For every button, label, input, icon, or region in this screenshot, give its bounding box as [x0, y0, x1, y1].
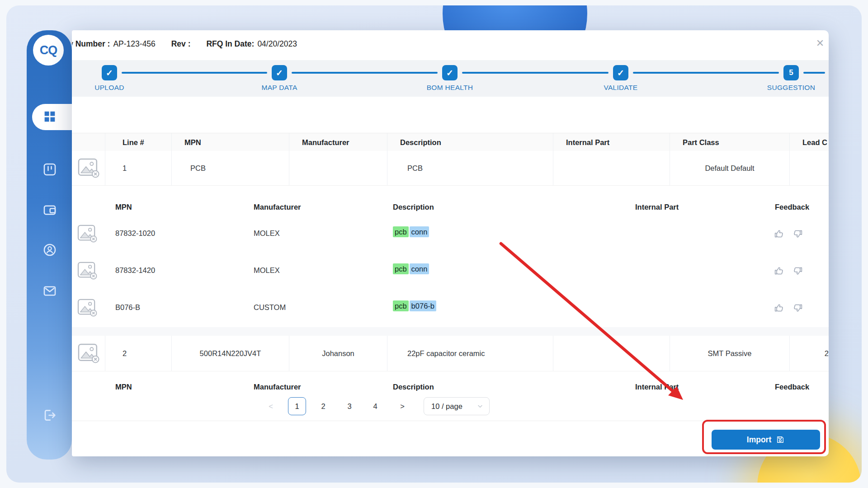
suggestion-row: 87832-1020 MOLEX pcbconn — [72, 216, 829, 253]
header-part-class: Part Class — [670, 133, 790, 151]
pagination-next[interactable]: > — [393, 397, 411, 415]
step-label-upload: UPLOAD — [72, 84, 150, 92]
sug-header-internal-part: Internal Part — [635, 383, 679, 391]
row2-internal-part — [553, 336, 670, 371]
check-icon: ✓ — [446, 68, 453, 78]
pagination-page-4[interactable]: 4 — [366, 397, 384, 415]
row2-line: 2 — [105, 336, 172, 371]
sug-header-manufacturer: Manufacturer — [254, 383, 301, 391]
stepper-connector — [462, 72, 609, 74]
sidebar-item-wallet[interactable] — [42, 202, 57, 218]
suggestion-manufacturer: MOLEX — [254, 266, 280, 275]
sug-header-description: Description — [393, 383, 434, 391]
sidebar-item-account[interactable] — [42, 242, 57, 258]
step-suggestion-number[interactable]: 5 — [783, 65, 799, 80]
check-icon: ✓ — [617, 68, 624, 78]
suggestion-row: B076-B CUSTOM pcbb076-b — [72, 290, 829, 328]
step-label-suggestion: SUGGESTION — [750, 84, 829, 92]
save-icon — [776, 435, 785, 444]
row1-line: 1 — [105, 151, 172, 185]
suggestion-description: pcbb076-b — [393, 302, 436, 310]
suggestion-manufacturer: MOLEX — [254, 229, 280, 238]
match-highlight-blue: conn — [410, 263, 429, 274]
step-mapdata-check[interactable]: ✓ — [272, 65, 287, 80]
table-header-row: Line # MPN Manufacturer Description Inte… — [72, 133, 829, 152]
sug-header-description: Description — [393, 203, 434, 211]
match-highlight-blue: conn — [410, 226, 429, 237]
stepper: ✓ ✓ ✓ ✓ 5 UPLOAD MAP DATA BOM HEALTH VAL… — [72, 60, 829, 97]
thumbs-up-icon[interactable] — [774, 265, 785, 277]
match-highlight-green: pcb — [393, 226, 409, 237]
check-icon: ✓ — [276, 68, 283, 78]
thumbs-up-icon[interactable] — [774, 228, 785, 239]
thumbs-down-icon[interactable] — [792, 228, 803, 239]
pagination-page-3[interactable]: 3 — [340, 397, 359, 415]
import-button-label: Import — [747, 435, 771, 445]
step-upload-check[interactable]: ✓ — [102, 65, 117, 80]
footer-divider — [72, 421, 829, 421]
header-line: Line # — [105, 133, 172, 151]
import-button[interactable]: Import — [712, 430, 820, 450]
header-image-col — [72, 133, 105, 151]
thumbs-down-icon[interactable] — [792, 265, 803, 277]
suggestion-mpn: 87832-1420 — [115, 266, 155, 275]
check-icon: ✓ — [106, 68, 113, 78]
stepper-connector — [122, 72, 267, 74]
pagination-page-1[interactable]: 1 — [288, 397, 306, 415]
row1-part-class: Default Default — [670, 151, 790, 185]
sidebar-item-mail[interactable] — [42, 283, 57, 299]
no-image-icon — [77, 343, 100, 363]
sidebar-item-dashboard[interactable] — [42, 109, 57, 124]
app-window: CQ y Number :AP-123-456 Rev : RFQ In Dat… — [0, 0, 868, 488]
step-validate-check[interactable]: ✓ — [613, 65, 628, 80]
suggestion-row: 87832-1420 MOLEX pcbconn — [72, 253, 829, 291]
suggestion-manufacturer: CUSTOM — [254, 303, 286, 312]
table-row-1: 1 PCB PCB Default Default — [72, 151, 829, 186]
page-size-select[interactable]: 10 / page — [424, 397, 490, 415]
cq-logo[interactable]: CQ — [33, 35, 64, 66]
no-image-icon — [77, 262, 100, 282]
step-label-bomhealth: BOM HEALTH — [409, 84, 491, 92]
row1-lead — [790, 151, 829, 185]
header-manufacturer: Manufacturer — [289, 133, 387, 151]
row2-image-cell — [72, 336, 105, 371]
step-bomhealth-check[interactable]: ✓ — [442, 65, 458, 80]
header-lead: Lead C — [790, 133, 829, 151]
pagination-prev[interactable]: < — [262, 397, 280, 415]
kanban-icon — [42, 162, 57, 177]
sidebar-item-logout[interactable] — [42, 408, 57, 423]
header-mpn: MPN — [172, 133, 289, 151]
bom-import-modal: y Number :AP-123-456 Rev : RFQ In Date:0… — [72, 30, 829, 456]
rev-label: Rev : — [171, 39, 191, 48]
rfq-date-label: RFQ In Date: — [206, 39, 254, 48]
row1-image-cell — [72, 151, 105, 185]
suggestion-header-row: MPN Manufacturer Description Internal Pa… — [72, 199, 829, 216]
feedback-cell — [774, 302, 803, 314]
sug-header-feedback: Feedback — [775, 383, 809, 391]
clipped-label-fragment: y — [72, 39, 73, 48]
account-icon — [42, 242, 57, 258]
sidebar-item-board[interactable] — [42, 162, 57, 177]
stepper-connector — [803, 72, 825, 74]
header-description: Description — [387, 133, 553, 151]
number-label: Number : — [75, 39, 110, 48]
row1-description: PCB — [387, 151, 553, 185]
step-label-mapdata: MAP DATA — [239, 84, 320, 92]
feedback-cell — [774, 228, 803, 239]
chevron-down-icon — [476, 403, 484, 410]
logout-icon — [42, 408, 57, 423]
row2-manufacturer: Johanson — [289, 336, 387, 371]
thumbs-down-icon[interactable] — [792, 302, 803, 314]
suggestion-description: pcbconn — [393, 265, 429, 273]
modal-header-info: y Number :AP-123-456 Rev : RFQ In Date:0… — [72, 39, 297, 49]
wallet-icon — [42, 202, 57, 218]
app-canvas: CQ y Number :AP-123-456 Rev : RFQ In Dat… — [6, 5, 862, 483]
pagination-page-2[interactable]: 2 — [314, 397, 332, 415]
mail-icon — [42, 283, 57, 299]
row1-internal-part — [553, 151, 670, 185]
row2-lead: 25 — [790, 336, 829, 371]
close-icon[interactable]: ✕ — [812, 36, 828, 51]
suggestion-header-row-clipped: MPN Manufacturer Description Internal Pa… — [72, 379, 829, 391]
thumbs-up-icon[interactable] — [774, 302, 785, 314]
page-size-value: 10 / page — [431, 402, 462, 411]
